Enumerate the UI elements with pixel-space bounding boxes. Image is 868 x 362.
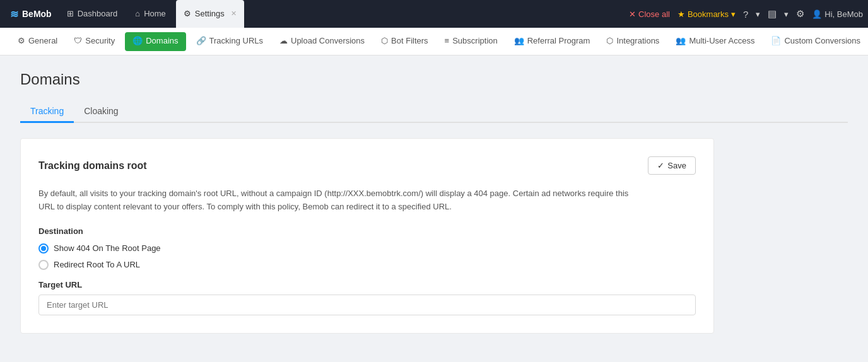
- nav-multi-user[interactable]: 👥 Multi-User Access: [668, 28, 762, 55]
- radio-redirect-label: Redirect Root To A URL: [54, 260, 140, 269]
- tab-home[interactable]: ⌂ Home: [127, 0, 173, 28]
- cloaking-tab-label: Cloaking: [84, 106, 118, 116]
- nav-tracking-urls[interactable]: 🔗 Tracking URLs: [189, 28, 271, 55]
- domains-icon: 🌐: [132, 36, 143, 45]
- destination-label: Destination: [38, 226, 696, 236]
- radio-show-404[interactable]: Show 404 On The Root Page: [38, 243, 696, 254]
- tracking-domains-card: Tracking domains root ✓ Save By default,…: [20, 138, 714, 334]
- nav-referral-label: Referral Program: [527, 36, 590, 45]
- logo-icon: ≋: [10, 8, 18, 20]
- radio-show-404-label: Show 404 On The Root Page: [54, 243, 161, 253]
- radio-redirect-url[interactable]: Redirect Root To A URL: [38, 260, 696, 270]
- nav-referral-program[interactable]: 👥 Referral Program: [507, 28, 598, 55]
- target-url-label: Target URL: [38, 280, 696, 289]
- card-title: Tracking domains root: [38, 160, 147, 172]
- bookmarks-label: Bookmarks: [688, 9, 729, 19]
- nav-bot-filters-label: Bot Filters: [391, 36, 428, 45]
- save-label: Save: [667, 161, 686, 170]
- nav-subscription-label: Subscription: [452, 36, 498, 45]
- nav-integrations[interactable]: ⬡ Integrations: [599, 28, 667, 55]
- help-icon[interactable]: ?: [743, 9, 748, 20]
- nav-integrations-label: Integrations: [616, 36, 659, 45]
- chevron-down-icon: ▾: [731, 9, 736, 19]
- help-chevron-icon: ▾: [756, 9, 760, 19]
- bookmarks-button[interactable]: ★ Bookmarks ▾: [677, 9, 736, 19]
- settings-tab-icon: ⚙: [184, 9, 191, 18]
- bot-filters-icon: ⬡: [381, 36, 388, 45]
- nav-upload-conversions-label: Upload Conversions: [291, 36, 365, 45]
- nav-general-label: General: [28, 36, 57, 45]
- gear-icon[interactable]: ⚙: [796, 8, 804, 20]
- nav-upload-conversions[interactable]: ☁ Upload Conversions: [272, 28, 372, 55]
- main-content: Domains Tracking Cloaking Tracking domai…: [0, 55, 868, 362]
- save-button[interactable]: ✓ Save: [648, 156, 696, 175]
- tab-cloaking[interactable]: Cloaking: [74, 101, 128, 123]
- multi-user-icon: 👥: [676, 36, 686, 45]
- notif-chevron-icon: ▾: [784, 9, 789, 19]
- nav-multi-user-label: Multi-User Access: [689, 36, 754, 45]
- topbar: ≋ BeMob ⊞ Dashboard ⌂ Home ⚙ Settings ✕ …: [0, 0, 868, 28]
- nav-bot-filters[interactable]: ⬡ Bot Filters: [373, 28, 436, 55]
- tab-settings-label: Settings: [195, 9, 225, 18]
- home-icon: ⌂: [135, 9, 140, 18]
- tracking-urls-icon: 🔗: [196, 36, 206, 45]
- general-icon: ⚙: [18, 36, 25, 45]
- star-icon: ★: [677, 9, 685, 19]
- integrations-icon: ⬡: [606, 36, 613, 45]
- page-title: Domains: [20, 71, 848, 88]
- security-icon: 🛡: [74, 36, 82, 45]
- tab-dashboard-label: Dashboard: [78, 9, 118, 18]
- nav-custom-conversions-label: Custom Conversions: [784, 36, 860, 45]
- tracking-tab-label: Tracking: [30, 106, 64, 116]
- nav-subscription[interactable]: ≡ Subscription: [437, 28, 505, 55]
- tab-home-label: Home: [144, 9, 166, 18]
- user-menu[interactable]: 👤 Hi, BeMob: [812, 9, 863, 19]
- custom-conversions-icon: 📄: [771, 36, 781, 45]
- card-description: By default, all visits to your tracking …: [38, 187, 644, 214]
- radio-redirect-circle: [38, 260, 49, 270]
- nav-security-label: Security: [85, 36, 115, 45]
- tab-tracking[interactable]: Tracking: [20, 101, 74, 123]
- referral-icon: 👥: [514, 36, 524, 45]
- close-tab-icon[interactable]: ✕: [231, 9, 237, 18]
- notifications-icon[interactable]: ▤: [768, 8, 777, 20]
- checkmark-icon: ✓: [657, 161, 664, 170]
- nav-custom-conversions[interactable]: 📄 Custom Conversions: [763, 28, 868, 55]
- upload-icon: ☁: [279, 36, 288, 45]
- nav-domains[interactable]: 🌐 Domains: [125, 32, 185, 51]
- target-url-input[interactable]: [38, 295, 696, 315]
- nav-domains-label: Domains: [146, 36, 178, 45]
- content-tabs: Tracking Cloaking: [20, 101, 848, 123]
- logo-text: BeMob: [22, 9, 52, 19]
- close-all-button[interactable]: ✕ Close all: [629, 9, 670, 19]
- close-all-label: Close all: [638, 9, 670, 19]
- user-icon: 👤: [812, 9, 822, 19]
- tab-settings[interactable]: ⚙ Settings ✕: [176, 0, 244, 28]
- nav-security[interactable]: 🛡 Security: [66, 28, 122, 55]
- subscription-icon: ≡: [445, 36, 450, 45]
- radio-show-404-circle: [38, 243, 49, 254]
- close-all-icon: ✕: [629, 9, 636, 19]
- user-label: Hi, BeMob: [824, 9, 863, 19]
- nav-tracking-urls-label: Tracking URLs: [209, 36, 263, 45]
- topbar-right: ✕ Close all ★ Bookmarks ▾ ? ▾ ▤ ▾ ⚙ 👤 Hi…: [629, 8, 863, 20]
- dashboard-icon: ⊞: [67, 9, 74, 18]
- card-header: Tracking domains root ✓ Save: [38, 156, 696, 175]
- tab-dashboard[interactable]: ⊞ Dashboard: [59, 0, 126, 28]
- navbar: ⚙ General 🛡 Security 🌐 Domains 🔗 Trackin…: [0, 28, 868, 55]
- logo[interactable]: ≋ BeMob: [5, 8, 57, 20]
- nav-general[interactable]: ⚙ General: [10, 28, 65, 55]
